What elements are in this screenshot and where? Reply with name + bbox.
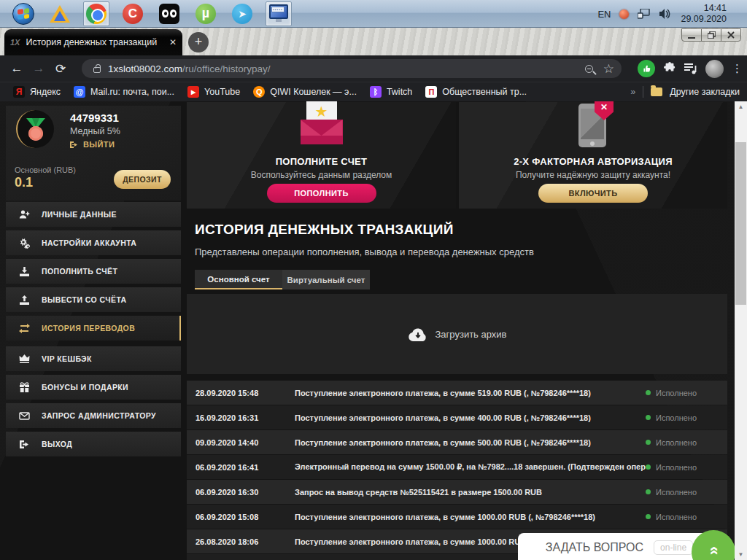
download-tray-icon <box>19 266 30 277</box>
bookmark-public-transport[interactable]: ПОбщественный тр... <box>425 86 527 98</box>
tx-description: Поступление электронного платежа, в сумм… <box>295 389 646 397</box>
bookmark-qiwi[interactable]: QQIWI Кошелек — э... <box>253 86 357 98</box>
new-tab-button[interactable]: + <box>188 32 209 52</box>
top-up-button[interactable]: ПОПОЛНИТЬ <box>267 184 376 203</box>
logout-link[interactable]: ВЫЙТИ <box>70 140 115 149</box>
forward-icon[interactable]: → <box>28 61 50 76</box>
table-row[interactable]: 09.09.2020 14:40 Поступление электронног… <box>187 430 727 454</box>
bookmarks-overflow-icon[interactable]: » <box>630 87 635 97</box>
language-indicator[interactable]: EN <box>597 9 611 20</box>
status-dot <box>646 464 651 470</box>
back-icon[interactable]: ← <box>6 61 28 76</box>
banner-title: ПОПОЛНИТЕ СЧЕТ <box>187 156 456 167</box>
transfer-arrows-icon <box>19 323 30 334</box>
tx-status: Исполнено <box>656 413 697 422</box>
table-row[interactable]: 06.09.2020 16:30 Запрос на вывод средств… <box>187 480 727 504</box>
deposit-button[interactable]: ДЕПОЗИТ <box>114 170 171 189</box>
scrollbar-thumb[interactable] <box>735 142 746 305</box>
bookmarks-divider <box>643 86 643 98</box>
table-row[interactable]: 16.09.2020 16:31 Поступление электронног… <box>187 405 727 429</box>
sidebar-item-vip-cashback[interactable]: VIP КЕШБЭК <box>6 346 181 371</box>
telegram-icon: ➤ <box>232 4 252 24</box>
envelope-star-icon: ★ <box>299 101 344 146</box>
chat-widget[interactable]: ЗАДАТЬ ВОПРОС on-line <box>518 533 721 560</box>
adguard-extension-icon[interactable] <box>638 60 655 77</box>
utorrent-icon: µ <box>196 4 216 24</box>
network-icon[interactable] <box>638 9 651 19</box>
start-button[interactable] <box>10 1 36 26</box>
tab-main-account[interactable]: Основной счет <box>195 270 282 289</box>
sidebar-item-top-up[interactable]: ПОПОЛНИТЬ СЧЁТ <box>6 259 181 284</box>
tx-description: Запрос на вывод средств №525115421 в раз… <box>295 488 646 497</box>
browser-tab[interactable]: 1X История денежных транзакций ✕ <box>4 29 182 55</box>
youtube-icon: ▶ <box>187 86 199 98</box>
sidebar-item-transfer-history[interactable]: ИСТОРИЯ ПЕРЕВОДОВ <box>6 316 181 341</box>
user-avatar[interactable] <box>16 110 54 148</box>
account-balance: 0.1 <box>15 175 33 190</box>
qiwi-icon: Q <box>253 86 265 98</box>
windows-logo-icon <box>12 3 34 25</box>
page-url: 1xslot08002.com/ru/office/historypay/ <box>108 63 271 74</box>
scroll-up-arrow[interactable]: ▲ <box>735 101 747 112</box>
tab-virtual-account[interactable]: Виртуальный счет <box>282 270 370 289</box>
extensions-puzzle-icon[interactable] <box>663 62 676 75</box>
archive-download-link[interactable]: Загрузить архив <box>436 329 507 340</box>
sidebar-item-account-settings[interactable]: НАСТРОЙКИ АККАУНТА <box>6 230 181 255</box>
sidebar-item-personal-data[interactable]: ЛИЧНЫЕ ДАННЫЕ <box>6 202 181 227</box>
sidebar-item-bonuses[interactable]: БОНУСЫ И ПОДАРКИ <box>6 375 181 400</box>
zoom-out-icon[interactable] <box>585 65 593 73</box>
status-dot <box>646 415 651 420</box>
sidebar-item-exit[interactable]: ВЫХОД <box>6 432 181 456</box>
table-row[interactable]: 28.09.2020 15:48 Поступление электронног… <box>187 381 727 405</box>
crown-icon <box>19 354 30 365</box>
tx-date: 16.09.2020 16:31 <box>187 413 295 422</box>
reload-icon[interactable]: ⟳ <box>50 61 71 77</box>
volume-icon[interactable] <box>659 9 672 19</box>
enable-2fa-button[interactable]: ВКЛЮЧИТЬ <box>538 184 648 203</box>
bookmark-yandex[interactable]: ЯЯндекс <box>13 86 61 98</box>
table-row[interactable]: 06.09.2020 16:41 Электронный перевод на … <box>187 455 727 479</box>
envelope-icon <box>19 411 30 421</box>
system-tray: EN 14:41 29.09.2020 <box>597 0 727 28</box>
banner-subtitle: Получите надёжную защиту аккаунта! <box>459 170 727 180</box>
page-scrollbar[interactable]: ▲ ▼ <box>735 101 747 560</box>
gears-icon <box>19 238 30 249</box>
taskbar-remote-desktop[interactable]: ▪▪▪▪▪ <box>266 1 292 26</box>
tx-status: Исполнено <box>656 488 697 497</box>
other-bookmarks-button[interactable]: Другие закладки <box>670 87 740 97</box>
sidebar-item-withdraw[interactable]: ВЫВЕСТИ СО СЧЁТА <box>6 287 181 312</box>
scroll-down-arrow[interactable]: ▼ <box>735 549 747 560</box>
bookmark-mailru[interactable]: @Mail.ru: почта, пои... <box>74 86 174 98</box>
tab-title: История денежных транзакций <box>26 37 164 47</box>
address-bar[interactable]: 1xslot08002.com/ru/office/historypay/ ☆ <box>82 59 622 78</box>
tray-app-icon[interactable] <box>619 9 629 19</box>
tx-status: Исполнено <box>656 438 697 447</box>
site-page: 44799331 Медный 5% ВЫЙТИ Основной (RUB) … <box>0 101 735 560</box>
playlist-extension-icon[interactable] <box>684 63 697 74</box>
taskbar-telegram[interactable]: ➤ <box>229 1 255 26</box>
profile-avatar[interactable] <box>705 60 724 78</box>
taskbar-triangle-app[interactable] <box>47 1 73 26</box>
cloud-download-icon[interactable] <box>408 326 428 342</box>
status-dot <box>646 390 651 395</box>
close-button[interactable] <box>721 28 741 42</box>
bookmark-youtube[interactable]: ▶YouTube <box>187 86 240 98</box>
taskbar-utorrent[interactable]: µ <box>193 1 219 26</box>
tab-close-icon[interactable]: ✕ <box>169 37 177 47</box>
restore-button[interactable] <box>701 28 721 42</box>
taskbar-ccleaner[interactable]: C <box>120 1 146 26</box>
minimize-button[interactable] <box>681 28 702 42</box>
screen: C µ ➤ ▪▪▪▪▪ EN 14:41 29.09.2020 1X Истор… <box>0 0 747 560</box>
taskbar-clock[interactable]: 14:41 29.09.2020 <box>681 3 727 25</box>
bookmark-twitch[interactable]: ᛒTwitch <box>370 86 412 98</box>
taskbar-messenger[interactable] <box>156 1 182 26</box>
browser-menu-icon[interactable]: ⋮ <box>732 62 743 75</box>
table-row[interactable]: 06.09.2020 15:08 Поступление электронног… <box>187 505 727 529</box>
taskbar-chrome[interactable] <box>83 1 109 26</box>
bookmark-star-icon[interactable]: ☆ <box>603 61 614 77</box>
sidebar-item-admin-request[interactable]: ЗАПРОС АДМИНИСТРАТОРУ <box>6 403 181 428</box>
tx-date: 06.09.2020 16:41 <box>187 463 295 472</box>
status-dot <box>646 514 651 519</box>
page-subtitle: Представлены операции пополнения, вывода… <box>195 246 534 257</box>
copper-medal-icon <box>26 118 45 140</box>
